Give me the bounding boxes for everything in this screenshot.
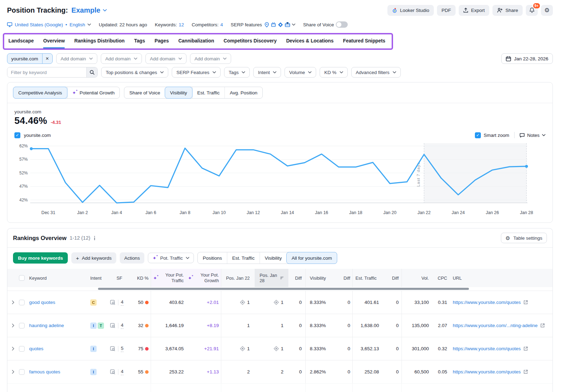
col-pos-jan22[interactable]: Pos. Jan 22 — [221, 269, 255, 287]
notifications-button[interactable]: 9+ — [526, 5, 538, 16]
export-button[interactable]: Export — [459, 5, 489, 16]
add-keywords-button[interactable]: + Add keywords — [71, 252, 116, 264]
date-range-picker[interactable]: Jan 22-28, 2026 — [501, 53, 553, 64]
intent-badge-i[interactable]: I — [90, 346, 97, 352]
col-cpc[interactable]: CPC — [433, 269, 449, 287]
settings-button[interactable]: ⚙ — [541, 5, 553, 16]
filter-dropdown-advanced-filters[interactable]: Advanced filters — [351, 67, 401, 78]
metric-tab-avg-position[interactable]: Avg. Position — [224, 87, 262, 98]
locale-selector[interactable]: United States (Google) • English — [7, 22, 91, 27]
filter-dropdown-intent[interactable]: Intent — [253, 67, 281, 78]
intent-badge-t[interactable]: T — [98, 323, 104, 329]
active-domain-label[interactable]: yoursite.com — [7, 54, 42, 64]
intent-badge-i[interactable]: I — [90, 369, 97, 375]
nav-tab-pages[interactable]: Pages — [155, 38, 169, 48]
keyword-search-button[interactable] — [86, 67, 97, 77]
row-checkbox[interactable] — [19, 369, 25, 375]
col-intent[interactable]: Intent — [88, 269, 108, 287]
row-checkbox[interactable] — [19, 323, 25, 328]
row-expand-button[interactable] — [7, 314, 17, 337]
col-pot-growth[interactable]: ✦✦Your Pot. Growth — [186, 269, 221, 287]
metric-tab-visibility[interactable]: Visibility — [165, 87, 192, 99]
scrollbar-thumb[interactable] — [98, 288, 469, 290]
keyword-link[interactable]: good quotes — [29, 300, 55, 305]
select-all-checkbox[interactable] — [19, 275, 25, 281]
col-pos-diff[interactable]: Diff — [288, 269, 305, 287]
col-pos-jan28[interactable]: Pos. Jan 28 — [255, 269, 288, 287]
remove-domain-button[interactable]: ✕ — [42, 54, 52, 64]
url-link[interactable]: https://www.yoursite.com/...nting-adelin… — [453, 323, 538, 328]
pot-traffic-dropdown[interactable]: ✦✦ Pot. Traffic — [148, 253, 194, 263]
filter-dropdown-volume[interactable]: Volume — [285, 67, 316, 78]
url-link[interactable]: https://www.yoursite.com/quotes — [453, 300, 521, 305]
smart-zoom-checkbox[interactable]: ✓ — [475, 132, 481, 138]
add-domain-button-4[interactable]: Add domain — [190, 53, 231, 64]
nav-tab-cannibalization[interactable]: Cannibalization — [178, 38, 214, 48]
keyword-link[interactable]: quotes — [29, 346, 44, 351]
filter-dropdown-tags[interactable]: Tags — [224, 67, 250, 78]
project-selector[interactable]: Example — [71, 6, 106, 14]
competitive-analysis-tab[interactable]: Competitive Analysis — [13, 87, 67, 99]
visibility-line-chart[interactable]: 62%57%52%47%42%Last 7 daysDec 31Jan 2Jan… — [7, 139, 553, 222]
view-tab-visibility[interactable]: Visibility — [260, 252, 287, 264]
view-tab-est-traffic[interactable]: Est. Traffic — [227, 252, 260, 264]
col-pot-traffic[interactable]: ✦✦Your Pot. Traffic — [151, 269, 186, 287]
view-tab-positions[interactable]: Positions — [198, 252, 227, 264]
table-settings-button[interactable]: ⚙ Table settings — [501, 233, 547, 243]
keywords-value-link[interactable]: 12 — [179, 22, 184, 27]
col-volume[interactable]: Vol. — [401, 269, 433, 287]
nav-tab-landscape[interactable]: Landscape — [8, 38, 34, 48]
row-expand-button[interactable] — [7, 291, 17, 314]
nav-tab-featured-snippets[interactable]: Featured Snippets — [343, 38, 385, 48]
pdf-button[interactable]: PDF — [437, 5, 456, 16]
row-checkbox[interactable] — [19, 346, 25, 352]
col-keyword[interactable]: Keyword — [27, 269, 88, 287]
nav-tab-competitors-discovery[interactable]: Competitors Discovery — [224, 38, 277, 48]
keyword-link[interactable]: famous quotes — [29, 369, 60, 374]
serp-features-count[interactable]: 4 — [121, 322, 124, 329]
row-expand-button[interactable] — [7, 384, 17, 392]
keyword-search-input[interactable] — [7, 67, 86, 77]
nav-tab-tags[interactable]: Tags — [134, 38, 145, 48]
actions-button[interactable]: Actions — [120, 252, 144, 264]
nav-tab-overview[interactable]: Overview — [43, 38, 65, 48]
col-visibility-diff[interactable]: Diff — [338, 269, 352, 287]
add-domain-button-3[interactable]: Add domain — [145, 53, 187, 64]
looker-studio-button[interactable]: Looker Studio — [387, 5, 434, 16]
col-url[interactable]: URL — [449, 269, 553, 287]
view-tab-all-for-yoursite-com[interactable]: All for yoursite.com — [286, 252, 337, 264]
col-kd[interactable]: KD % — [131, 269, 151, 287]
filter-dropdown-serp-features[interactable]: SERP Features — [172, 67, 221, 78]
serp-features-selector[interactable]: SERP features — [231, 22, 295, 27]
serp-features-count[interactable]: 4 — [121, 368, 124, 375]
row-checkbox[interactable] — [19, 300, 25, 305]
keyword-link[interactable]: haunting adeline — [29, 323, 64, 328]
notes-dropdown[interactable]: Notes — [519, 133, 545, 138]
row-expand-button[interactable] — [7, 337, 17, 360]
serp-features-count[interactable]: 4 — [121, 299, 124, 306]
col-est-traffic-diff[interactable]: Diff — [383, 269, 401, 287]
metric-tab-share-of-voice[interactable]: Share of Voice — [124, 87, 165, 98]
nav-tab-rankings-distribution[interactable]: Rankings Distribution — [74, 38, 124, 48]
col-est-traffic[interactable]: Est. Traffic — [352, 269, 383, 287]
potential-growth-tab[interactable]: ✦✦ Potential Growth — [67, 87, 120, 98]
competitors-value-link[interactable]: 4 — [220, 22, 223, 27]
col-visibility[interactable]: Visibility — [305, 269, 338, 287]
share-button[interactable]: Share — [492, 5, 523, 16]
add-domain-button-2[interactable]: Add domain — [101, 53, 142, 64]
url-link[interactable]: https://www.yoursite.com/quotes — [453, 369, 521, 374]
url-link[interactable]: https://www.yoursite.com/quotes — [453, 346, 521, 351]
col-sf[interactable]: SF — [108, 269, 131, 287]
intent-badge-c[interactable]: C — [90, 299, 97, 306]
legend-checkbox[interactable]: ✓ — [14, 132, 20, 138]
row-expand-button[interactable] — [7, 360, 17, 383]
share-of-voice-toggle[interactable] — [336, 21, 348, 28]
metric-tab-est-traffic[interactable]: Est. Traffic — [192, 87, 225, 98]
filter-dropdown-top-positions-changes[interactable]: Top positions & changes — [101, 67, 168, 78]
nav-tab-devices-locations[interactable]: Devices & Locations — [286, 38, 334, 48]
info-icon[interactable] — [93, 236, 96, 240]
buy-more-keywords-button[interactable]: Buy more keywords — [13, 252, 68, 264]
add-domain-button-1[interactable]: Add domain — [56, 53, 97, 64]
intent-badge-i[interactable]: I — [90, 323, 97, 329]
serp-features-count[interactable]: 5 — [121, 345, 124, 352]
